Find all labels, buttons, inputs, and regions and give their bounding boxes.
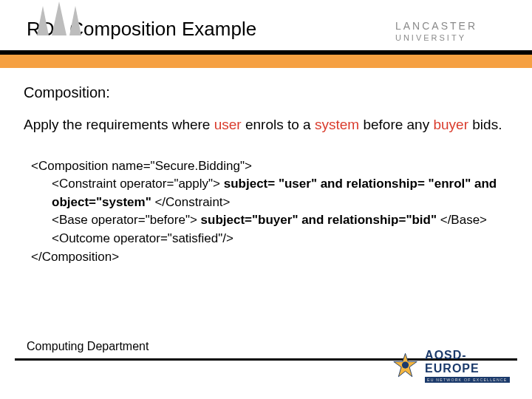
aosd-tagline: EU NETWORK OF EXCELLENCE (425, 377, 510, 383)
highlight-user: user (214, 117, 242, 132)
aosd-logo: AOSD-EUROPE EU NETWORK OF EXCELLENCE (392, 349, 510, 393)
lancaster-line1: LANCASTER (395, 21, 477, 32)
lancaster-logo-text: LANCASTER UNIVERSITY (395, 21, 477, 42)
footer-department: Computing Department (27, 340, 149, 353)
lancaster-shield-icon (30, 0, 96, 35)
sentence-part: before any (359, 117, 433, 132)
xml-code-block: <Composition name="Secure.Bidding"> <Con… (24, 157, 508, 267)
code-text: </Base> (437, 213, 487, 227)
code-text: <Base operator="before"> (52, 213, 201, 227)
code-line: <Outcome operator="satisfied"/> (31, 230, 508, 248)
code-line: <Constraint operator="apply"> subject= "… (31, 175, 508, 211)
code-line: <Composition name="Secure.Bidding"> (31, 157, 508, 176)
code-text: <Constraint operator="apply"> (52, 177, 224, 191)
section-subheading: Composition: (24, 84, 508, 101)
slide-header: RDL Composition Example LANCASTER UNIVER… (0, 0, 532, 71)
composition-sentence: Apply the requirements where user enrols… (24, 115, 508, 135)
lancaster-line2: UNIVERSITY (395, 33, 477, 42)
highlight-system: system (315, 117, 359, 132)
aosd-logo-text: AOSD-EUROPE EU NETWORK OF EXCELLENCE (425, 349, 510, 383)
star-icon (392, 350, 419, 381)
code-text: </Constraint> (151, 195, 231, 209)
slide-body: Composition: Apply the requirements wher… (0, 71, 532, 266)
code-line: </Composition> (31, 248, 508, 267)
code-bold: subject="buyer" and relationship="bid" (201, 213, 437, 227)
aosd-title: AOSD-EUROPE (425, 349, 510, 375)
sentence-part: bids. (468, 117, 502, 132)
sentence-part: enrols to a (242, 117, 315, 132)
svg-point-1 (402, 361, 409, 368)
sentence-part: Apply the requirements where (24, 117, 214, 132)
header-rule-orange (0, 55, 532, 68)
code-line: <Base operator="before"> subject="buyer"… (31, 211, 508, 230)
highlight-buyer: buyer (433, 117, 468, 132)
